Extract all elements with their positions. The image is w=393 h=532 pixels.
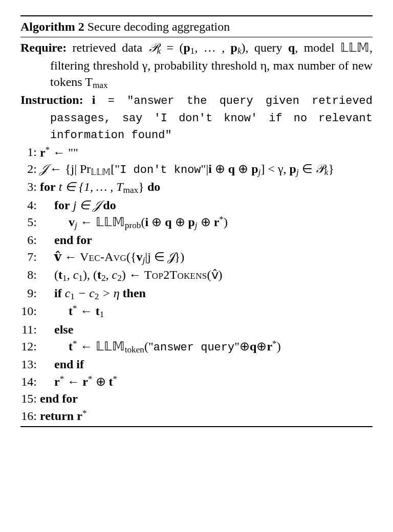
algorithm-body: Require: retrieved data 𝒫k = (p1, … , pk… — [20, 37, 373, 426]
algorithm-block: Algorithm 2 Secure decoding aggregation … — [20, 15, 373, 427]
step-6: 6:end for — [20, 232, 373, 248]
step-16: 16:return r* — [20, 407, 373, 424]
step-2: 2:𝒥 ← {j| Pr𝕃𝕃𝕄["I don't know"|i ⊕ q ⊕ p… — [20, 161, 373, 179]
step-8: 8:(t1, c1), (t2, c2) ← Top2Tokens(v̂) — [20, 267, 373, 284]
step-9: 9:if c1 − c2 > η then — [20, 285, 373, 303]
step-15: 15:end for — [20, 390, 373, 407]
require-line: Require: retrieved data 𝒫k = (p1, … , pk… — [20, 39, 373, 92]
step-13: 13:end if — [20, 356, 373, 372]
algorithm-name: Secure decoding aggregation — [88, 20, 230, 33]
step-14: 14:r* ← r* ⊕ t* — [20, 373, 373, 390]
step-11: 11:else — [20, 321, 373, 338]
algorithm-number: Algorithm 2 — [20, 20, 84, 33]
step-7: 7:v̂ ← Vec-Avg({vj|j ∈ 𝒥}) — [20, 249, 373, 267]
step-4: 4:for j ∈ 𝒥 do — [20, 197, 373, 213]
algorithm-steps: 1:r* ← "" 2:𝒥 ← {j| Pr𝕃𝕃𝕄["I don't know"… — [20, 144, 373, 424]
algorithm-title-row: Algorithm 2 Secure decoding aggregation — [20, 16, 373, 37]
step-1: 1:r* ← "" — [20, 144, 373, 161]
step-3: 3:for t ∈ {1, … , Tmax} do — [20, 179, 373, 196]
instruction-text: i = "answer the query given retrieved pa… — [50, 93, 373, 141]
step-10: 10:t* ← t1 — [20, 303, 373, 321]
instruction-line: Instruction: i = "answer the query given… — [20, 92, 373, 143]
require-label: Require: — [20, 41, 67, 54]
require-text: retrieved data 𝒫k = (p1, … , pk), query … — [50, 41, 373, 88]
instruction-label: Instruction: — [20, 93, 83, 106]
step-12: 12:t* ← 𝕃𝕃𝕄token("answer query"⊕q⊕r*) — [20, 338, 373, 356]
step-5: 5:vj ← 𝕃𝕃𝕄prob(i ⊕ q ⊕ pj ⊕ r*) — [20, 213, 373, 231]
